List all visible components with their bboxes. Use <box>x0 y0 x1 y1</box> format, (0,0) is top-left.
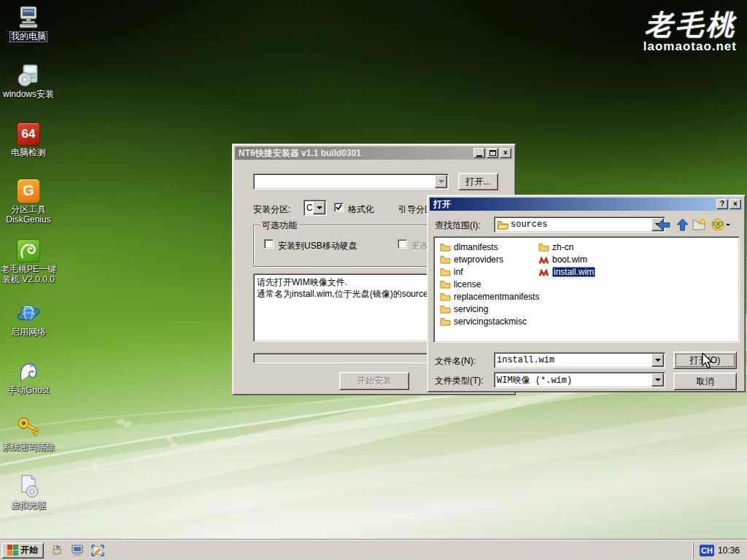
start-install-button: 开始安装 <box>339 372 409 390</box>
format-checkbox[interactable] <box>334 203 344 212</box>
desktop-icon-manual-ghost[interactable]: 手动Ghost <box>0 359 57 395</box>
wim-path-value <box>254 180 434 183</box>
file-name-dropdown-button[interactable] <box>651 354 664 367</box>
file-name-combobox[interactable]: install.wim <box>494 352 665 368</box>
list-item-file[interactable]: boot.wim <box>538 253 595 265</box>
folder-icon <box>440 280 451 289</box>
list-item-folder[interactable]: etwproviders <box>440 253 539 265</box>
desktop-icon-label: 系统密码清除 <box>1 443 55 452</box>
cancel-button-label: 取消 <box>697 376 714 388</box>
folder-name: dlmanifests <box>454 242 498 252</box>
network-globe-icon <box>0 300 57 325</box>
file-name: boot.wim <box>552 254 587 265</box>
desktop-icon-label-line2: 装机 V2.0.0.0 <box>1 275 55 284</box>
key-icon <box>0 416 57 440</box>
help-button[interactable]: ? <box>716 199 728 209</box>
desktop-icon-password-clear[interactable]: 系统密码清除 <box>0 416 57 452</box>
start-button[interactable]: 开始 <box>1 542 44 559</box>
desktop-icon-virtual-cdrom[interactable]: 虚拟光驱 <box>0 474 57 510</box>
file-type-dropdown-button[interactable] <box>651 373 664 386</box>
look-in-value: sources <box>511 219 547 230</box>
file-listbox[interactable]: dlmanifests etwproviders inf license rep… <box>433 236 740 343</box>
change-system-checkbox <box>398 239 407 249</box>
cancel-button[interactable]: 取消 <box>673 373 737 390</box>
quick-launch-display-icon[interactable] <box>70 543 85 558</box>
desktop-icon-label: 电脑检测 <box>10 148 47 158</box>
list-item-folder[interactable]: zh-cn <box>538 241 595 253</box>
open-dialog-titlebar[interactable]: 打开 ? × <box>430 198 743 211</box>
view-menu-dropdown-arrow <box>726 224 730 226</box>
start-button-label: 开始 <box>20 544 38 556</box>
system-tray: CH 10:36 <box>693 542 746 559</box>
look-in-combobox[interactable]: sources <box>494 217 665 233</box>
close-button[interactable]: × <box>500 148 511 158</box>
folder-icon <box>538 243 549 252</box>
list-item-folder[interactable]: replacementmanifests <box>440 290 539 303</box>
desktop-icon-label-line2: DiskGenius <box>5 215 51 225</box>
new-folder-button[interactable] <box>692 217 707 232</box>
folder-name: zh-cn <box>552 242 573 252</box>
ghost-icon <box>0 359 57 384</box>
usb-install-checkbox-label[interactable]: 安装到USB移动硬盘 <box>278 240 357 252</box>
desktop-icon-label: windows安装 <box>2 90 55 99</box>
open-file-dialog: 打开 ? × 查找范围(I): sources dlmanifests etwp… <box>427 195 746 392</box>
usb-install-checkbox[interactable] <box>264 239 274 249</box>
brand-name: 老毛桃 <box>643 10 737 39</box>
folder-name: servicingstackmisc <box>454 316 527 327</box>
desktop-icon-diskgenius[interactable]: G 分区工具 DiskGenius <box>0 178 57 225</box>
desktop-icon-windows-install[interactable]: windows安装 <box>0 63 57 99</box>
start-install-button-label: 开始安装 <box>357 375 392 387</box>
list-item-file-selected[interactable]: install.wim <box>538 265 595 278</box>
folder-icon <box>440 255 451 264</box>
desktop-icon-label: 我的电脑 <box>9 31 47 42</box>
desktop-icon-label: 分区工具 <box>10 205 47 214</box>
file-name-label: 文件名(N): <box>435 355 476 368</box>
desktop-icon-my-computer[interactable]: 我的电脑 <box>0 4 57 42</box>
desktop-icon-label: 虚拟光驱 <box>10 501 47 510</box>
install-partition-dropdown-button[interactable] <box>313 201 325 214</box>
file-type-combobox[interactable]: WIM映像 (*.wim) <box>494 372 665 388</box>
clock[interactable]: 10:36 <box>718 545 740 556</box>
list-item-folder[interactable]: servicingstackmisc <box>440 315 539 327</box>
format-checkbox-label[interactable]: 格式化 <box>348 203 374 216</box>
maximize-button[interactable] <box>487 148 498 158</box>
folder-name: license <box>454 279 481 289</box>
aida64-icon: 64 <box>17 122 40 146</box>
wim-path-dropdown-button[interactable] <box>435 175 447 188</box>
minimize-button[interactable] <box>473 148 485 158</box>
file-type-label: 文件类型(T): <box>435 375 484 387</box>
open-button[interactable]: 打开(O) <box>673 351 737 369</box>
folder-icon <box>440 292 451 301</box>
view-menu-button[interactable] <box>711 217 731 232</box>
list-item-folder[interactable]: servicing <box>440 303 539 315</box>
desktop-icon-label: 手动Ghost <box>7 386 50 395</box>
back-button[interactable] <box>656 217 670 232</box>
desktop-icon-pc-check[interactable]: 64 电脑检测 <box>0 121 57 158</box>
open-dialog-title: 打开 <box>433 198 715 211</box>
quick-launch-show-desktop-icon[interactable] <box>90 543 105 558</box>
desktop-icon-enable-network[interactable]: 启用网络 <box>0 300 57 337</box>
virtual-drive-icon <box>0 474 57 499</box>
browse-wim-button[interactable]: 打开... <box>458 173 498 190</box>
desktop-icon-laomaotao-pe[interactable]: 老毛桃PE一键 装机 V2.0.0.0 <box>0 238 57 284</box>
folder-name: etwproviders <box>454 254 503 265</box>
wim-path-combobox[interactable] <box>253 174 449 190</box>
check-mark-icon <box>336 204 342 211</box>
windows-install-icon <box>0 63 57 88</box>
install-partition-value: C <box>304 201 312 214</box>
brand-logo: 老毛桃 laomaotao.net <box>643 10 737 54</box>
list-item-folder[interactable]: license <box>440 278 539 290</box>
open-folder-icon <box>497 220 508 230</box>
list-item-folder[interactable]: inf <box>440 265 539 278</box>
file-type-value: WIM映像 (*.wim) <box>495 373 651 388</box>
look-in-label: 查找范围(I): <box>435 219 481 232</box>
nt6-titlebar[interactable]: NT6快捷安装器 v1.1 build0301 × <box>235 147 513 160</box>
install-partition-select[interactable]: C <box>303 200 327 216</box>
taskbar: 开始 CH 10:36 <box>0 540 747 560</box>
up-one-level-button[interactable] <box>675 217 689 232</box>
language-indicator[interactable]: CH <box>700 545 714 556</box>
close-button[interactable]: × <box>729 199 741 209</box>
quick-launch-tools-icon[interactable] <box>50 543 64 558</box>
start-logo-icon <box>7 545 18 556</box>
list-item-folder[interactable]: dlmanifests <box>440 241 539 253</box>
